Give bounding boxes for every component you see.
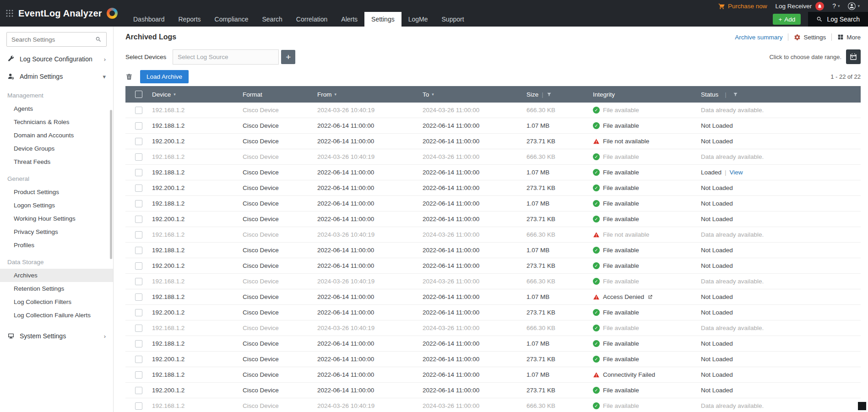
row-checkbox[interactable] [135,247,142,254]
sidebar-item-working-hour-settings[interactable]: Working Hour Settings [0,212,113,225]
column-header-format[interactable]: Format [243,91,317,98]
nav-tab-reports[interactable]: Reports [172,12,208,27]
select-all-checkbox[interactable] [135,91,142,98]
apps-grid-icon[interactable] [5,9,14,17]
scroll-corner[interactable] [858,402,866,410]
column-header-status[interactable]: Status | [701,91,861,98]
sidebar-item-technicians-roles[interactable]: Technicians & Roles [0,115,113,129]
sidebar-item-log-source-configuration[interactable]: Log Source Configuration › [0,50,113,68]
sidebar-item-admin-settings[interactable]: Admin Settings ▾ [0,68,113,85]
notification-badge[interactable] [815,2,824,11]
brand: EventLog Analyzer [0,0,114,27]
search-icon[interactable] [95,36,102,43]
row-checkbox[interactable] [135,340,142,347]
sort-desc-icon[interactable]: ▾ [335,92,337,97]
add-device-button[interactable]: + [281,50,295,64]
row-checkbox[interactable] [135,169,142,176]
table-row: 192.188.1.2Cisco Device2022-06-14 11:00:… [125,165,861,180]
sidebar-item-device-groups[interactable]: Device Groups [0,142,113,155]
settings-link[interactable]: Settings [794,34,826,41]
calendar-button[interactable] [846,49,861,64]
row-checkbox-cell [125,122,152,130]
row-checkbox[interactable] [135,184,142,192]
trash-icon [125,73,133,81]
more-menu[interactable]: More [837,34,861,41]
row-checkbox[interactable] [135,231,142,239]
integrity-label: File available [603,184,639,191]
purchase-now-link[interactable]: Purchase now [718,3,767,10]
sidebar-item-domain-and-accounts[interactable]: Domain and Accounts [0,129,113,142]
sidebar-item-retention-settings[interactable]: Retention Settings [0,282,113,295]
admin-user-icon [7,73,15,80]
help-menu[interactable]: ? ▾ [832,2,840,10]
from-cell: 2022-06-14 11:00:00 [317,200,423,207]
nav-tab-correlation[interactable]: Correlation [289,12,334,27]
size-cell: 1.07 MB [526,169,593,176]
sidebar-item-log-collection-filters[interactable]: Log Collection Filters [0,295,113,309]
external-link-icon[interactable] [647,294,653,300]
sidebar-item-log-collection-failure-alerts[interactable]: Log Collection Failure Alerts [0,309,113,322]
row-checkbox[interactable] [135,262,142,270]
row-checkbox[interactable] [135,371,142,379]
integrity-cell: File not available [593,138,701,145]
row-checkbox[interactable] [135,200,142,207]
status-label: Not Loaded [701,309,733,316]
add-button[interactable]: + Add [773,14,801,25]
nav-tab-support[interactable]: Support [435,12,471,27]
system-settings-icon [7,332,15,340]
nav-tab-logme[interactable]: LogMe [401,12,435,27]
select-all-cell [125,91,152,98]
row-checkbox[interactable] [135,153,142,161]
column-header-size[interactable]: Size | [526,91,593,98]
nav-tab-settings[interactable]: Settings [364,12,401,27]
row-checkbox[interactable] [135,402,142,410]
load-archive-button[interactable]: Load Archive [140,70,189,83]
row-checkbox[interactable] [135,325,142,332]
sidebar-item-system-settings[interactable]: System Settings › [0,327,113,345]
settings-search-input[interactable] [11,36,95,43]
log-receiver-link[interactable]: Log Receiver [776,2,825,11]
format-cell: Cisco Device [243,371,317,378]
sidebar-item-logon-settings[interactable]: Logon Settings [0,199,113,212]
sidebar-scrollbar[interactable] [110,110,112,259]
row-checkbox[interactable] [135,356,142,363]
integrity-ok-icon: ✓ [593,107,600,114]
column-header-from[interactable]: From ▾ [317,91,423,98]
nav-tab-compliance[interactable]: Compliance [208,12,255,27]
log-search-button[interactable]: Log Search [808,12,868,27]
sidebar-item-privacy-settings[interactable]: Privacy Settings [0,225,113,239]
row-checkbox[interactable] [135,107,142,114]
sidebar-item-product-settings[interactable]: Product Settings [0,185,113,199]
archive-summary-link[interactable]: Archive summary [735,34,782,41]
log-source-input[interactable] [173,49,279,65]
row-checkbox[interactable] [135,138,142,145]
column-header-device[interactable]: Device ▾ [152,91,243,98]
sidebar-item-threat-feeds[interactable]: Threat Feeds [0,155,113,168]
row-checkbox[interactable] [135,216,142,223]
user-menu[interactable]: ▾ [848,2,860,10]
filter-icon[interactable] [733,92,738,97]
column-header-to[interactable]: To ▾ [423,91,526,98]
view-link[interactable]: View [730,169,743,176]
row-checkbox[interactable] [135,309,142,316]
column-header-integrity[interactable]: Integrity [593,91,701,98]
sidebar-item-archives[interactable]: Archives [0,269,113,282]
sort-desc-icon[interactable]: ▾ [432,92,434,97]
row-checkbox[interactable] [135,293,142,301]
integrity-label: File available [603,122,639,129]
filter-icon[interactable] [547,92,552,97]
from-cell: 2022-06-14 11:00:00 [317,371,423,378]
nav-tab-dashboard[interactable]: Dashboard [126,12,172,27]
to-cell: 2022-06-14 11:00:00 [423,387,526,394]
delete-button[interactable] [125,73,133,81]
nav-tab-search[interactable]: Search [255,12,289,27]
row-checkbox[interactable] [135,278,142,285]
sidebar-item-agents[interactable]: Agents [0,102,113,115]
row-checkbox[interactable] [135,387,142,394]
sort-desc-icon[interactable]: ▾ [174,92,176,97]
nav-tab-alerts[interactable]: Alerts [334,12,364,27]
row-checkbox[interactable] [135,122,142,130]
integrity-warning-icon [593,294,600,300]
size-cell: 666.30 KB [526,325,593,331]
sidebar-item-profiles[interactable]: Profiles [0,239,113,252]
